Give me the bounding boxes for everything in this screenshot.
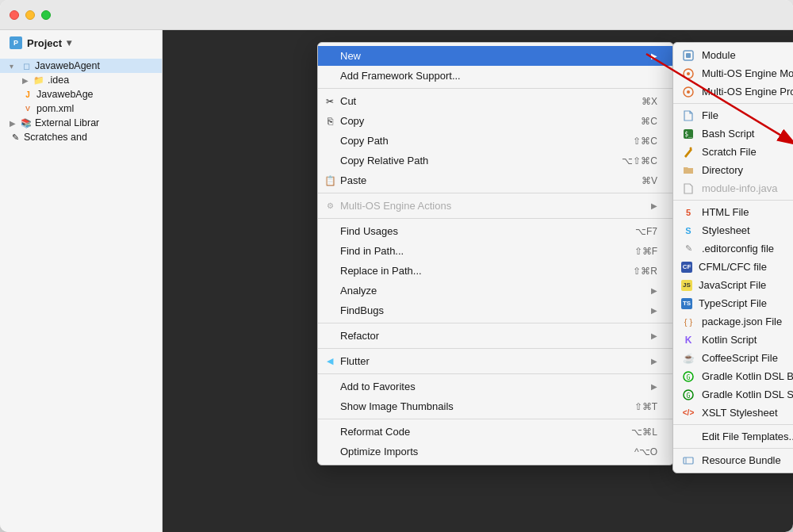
submenu-label-css: Stylesheet: [702, 224, 750, 236]
submenu-label-gradle-settings: Gradle Kotlin DSL Settings: [702, 388, 793, 400]
svg-point-8: [690, 147, 692, 149]
submenu-item-cfml[interactable]: CF CFML/CFC file: [673, 258, 793, 276]
tree-item-pom[interactable]: V pom.xml: [0, 101, 162, 116]
menu-item-new[interactable]: New ▶: [318, 46, 673, 66]
js-icon: JS: [681, 280, 692, 291]
submenu-item-js[interactable]: JS JavaScript File: [673, 276, 793, 294]
submenu-item-xslt[interactable]: </> XSLT Stylesheet: [673, 404, 793, 422]
submenu-label-js: JavaScript File: [699, 279, 766, 291]
tree-arrow-idea: ▶: [22, 76, 30, 85]
svg-point-5: [687, 90, 690, 94]
menu-item-add-framework[interactable]: Add Framework Support...: [318, 66, 673, 86]
module-icon: ◻: [21, 60, 32, 71]
titlebar: [0, 0, 793, 30]
submenu-item-html[interactable]: 5 HTML File: [673, 203, 793, 221]
submenu-item-directory[interactable]: Directory: [673, 161, 793, 179]
menu-item-copy-path[interactable]: Copy Path ⇧⌘C: [318, 131, 673, 151]
menu-label-copy: Copy: [340, 115, 364, 127]
submenu-label-ts: TypeScript File: [699, 297, 767, 309]
submenu-label-resource-bundle: Resource Bundle: [702, 454, 781, 466]
maximize-button[interactable]: [41, 10, 51, 20]
menu-item-find-path[interactable]: Find in Path... ⇧⌘F: [318, 241, 673, 261]
submenu-item-scratch[interactable]: Scratch File ⇧⌘N: [673, 143, 793, 161]
menu-item-analyze[interactable]: Analyze ▶: [318, 281, 673, 300]
submenu-item-bash[interactable]: $_ Bash Script: [673, 124, 793, 143]
menu-item-optimize[interactable]: Optimize Imports ^⌥O: [318, 442, 673, 461]
tree-item-ext[interactable]: ▶ 📚 External Librar: [0, 116, 162, 130]
submenu-item-gradle-kotlin-dsl[interactable]: G Gradle Kotlin DSL Build Script: [673, 367, 793, 385]
menu-item-findbugs[interactable]: FindBugs ▶: [318, 300, 673, 320]
sidebar: P Project ▾ ▾ ◻ JavawebAgent ▶ 📁 .idea: [0, 30, 163, 532]
shortcut-find-path: ⇧⌘F: [634, 246, 657, 257]
tree-item-root[interactable]: ▾ ◻ JavawebAgent: [0, 59, 162, 73]
cfml-icon: CF: [681, 262, 692, 273]
menu-item-multi-os-actions[interactable]: ⚙ Multi-OS Engine Actions ▶: [318, 196, 673, 216]
menu-item-find-usages[interactable]: Find Usages ⌥F7: [318, 221, 673, 241]
menu-item-refactor[interactable]: Refactor ▶: [318, 326, 673, 346]
submenu-item-module[interactable]: Module: [673, 46, 793, 64]
submenu-label-editorconfig: .editorconfig file: [702, 243, 774, 255]
folder-icon: [681, 165, 695, 176]
ext-icon: 📚: [21, 117, 32, 128]
tree-label-pom: pom.xml: [36, 103, 74, 114]
submenu-item-editorconfig[interactable]: ✎ .editorconfig file: [673, 239, 793, 258]
menu-item-reformat[interactable]: Reformat Code ⌥⌘L: [318, 422, 673, 442]
submenu-label-bash: Bash Script: [702, 128, 754, 140]
coffee-icon: ☕: [681, 353, 695, 364]
submenu-arrow-refactor: ▶: [651, 331, 657, 340]
minimize-button[interactable]: [25, 10, 35, 20]
menu-item-add-favorites[interactable]: Add to Favorites ▶: [318, 377, 673, 396]
separator-6: [318, 373, 673, 374]
submenu-label-coffee: CoffeeScript File: [702, 352, 778, 364]
menu-item-paste[interactable]: 📋 Paste ⌘V: [318, 170, 673, 190]
tree-item-scratches[interactable]: ✎ Scratches and: [0, 130, 162, 144]
submenu-item-coffee[interactable]: ☕ CoffeeScript File: [673, 349, 793, 367]
menu-label-new: New: [340, 50, 361, 62]
menu-item-copy[interactable]: ⎘ Copy ⌘C: [318, 111, 673, 131]
tree-label-idea: .idea: [48, 75, 69, 86]
close-button[interactable]: [10, 10, 19, 20]
shortcut-copy: ⌘C: [641, 116, 657, 127]
app-body: P Project ▾ ▾ ◻ JavawebAgent ▶ 📁 .idea: [0, 30, 793, 532]
dropdown-arrow[interactable]: ▾: [67, 37, 71, 48]
submenu-label-multi-os-module: Multi-OS Engine Module: [702, 67, 793, 79]
tree-item-java[interactable]: J JavawebAge: [0, 87, 162, 101]
submenu-sep-3: [673, 424, 793, 425]
submenu-item-multi-os-project[interactable]: Multi-OS Engine Project: [673, 82, 793, 101]
submenu-item-kotlin[interactable]: K Kotlin Script: [673, 331, 793, 349]
submenu-arrow-new: ▶: [651, 52, 657, 60]
menu-item-replace-path[interactable]: Replace in Path... ⇧⌘R: [318, 261, 673, 281]
separator-7: [318, 419, 673, 419]
submenu-item-resource-bundle[interactable]: Resource Bundle: [673, 451, 793, 469]
menu-label-find-path: Find in Path...: [340, 245, 404, 257]
project-tree: ▾ ◻ JavawebAgent ▶ 📁 .idea J JavawebAge: [0, 55, 162, 532]
menu-item-copy-rel-path[interactable]: Copy Relative Path ⌥⇧⌘C: [318, 151, 673, 170]
menu-item-flutter[interactable]: ◀ Flutter ▶: [318, 351, 673, 371]
submenu-sep-1: [673, 103, 793, 104]
shortcut-copy-rel-path: ⌥⇧⌘C: [622, 155, 657, 166]
submenu-item-ts[interactable]: TS TypeScript File: [673, 294, 793, 312]
submenu-item-edit-templates[interactable]: Edit File Templates...: [673, 427, 793, 446]
submenu-item-json[interactable]: { } package.json File: [673, 312, 793, 331]
tree-label-ext: External Librar: [35, 117, 99, 128]
tree-item-idea[interactable]: ▶ 📁 .idea: [0, 73, 162, 87]
multi-os-module-icon: [681, 68, 695, 79]
submenu-item-module-info[interactable]: module-info.java: [673, 179, 793, 197]
submenu-item-gradle-kotlin-settings[interactable]: G Gradle Kotlin DSL Settings: [673, 385, 793, 404]
kotlin-icon: K: [681, 335, 695, 346]
sidebar-title-label: Project: [27, 37, 62, 49]
submenu-sep-4: [673, 448, 793, 449]
submenu-label-edit-templates: Edit File Templates...: [702, 431, 793, 442]
json-icon: { }: [681, 316, 695, 327]
submenu-item-css[interactable]: S Stylesheet: [673, 221, 793, 239]
menu-item-cut[interactable]: ✂ Cut ⌘X: [318, 91, 673, 111]
menu-item-thumbnails[interactable]: Show Image Thumbnails ⇧⌘T: [318, 396, 673, 416]
ts-icon: TS: [681, 298, 692, 309]
submenu-item-file[interactable]: File: [673, 106, 793, 124]
svg-rect-1: [686, 53, 691, 58]
submenu-arrow-multi-os: ▶: [651, 201, 657, 210]
gear-icon: ⚙: [323, 201, 337, 210]
submenu-new: Module Multi-OS Engine Module: [672, 42, 793, 473]
submenu-item-multi-os-module[interactable]: Multi-OS Engine Module: [673, 64, 793, 82]
project-icon: P: [10, 36, 22, 49]
